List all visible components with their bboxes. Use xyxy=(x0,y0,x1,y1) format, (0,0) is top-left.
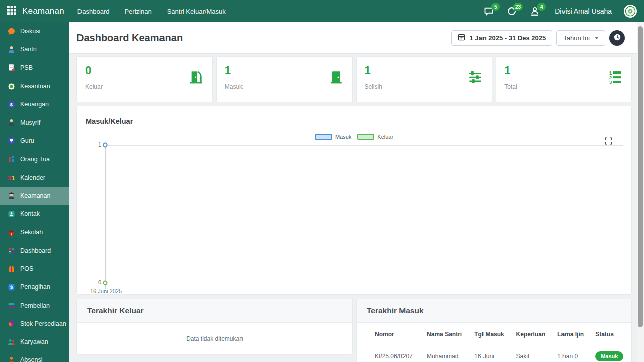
sidebar-item-santri[interactable]: Santri xyxy=(0,40,69,58)
data-point-masuk[interactable] xyxy=(103,143,108,148)
terakhir-masuk-panel: Terakhir Masuk Nomor Nama Santri Tgl Mas… xyxy=(356,299,632,362)
door-closed-icon xyxy=(328,69,344,87)
svg-text:3: 3 xyxy=(609,80,612,85)
gridline-value-1 xyxy=(105,145,623,146)
sidebar-item-kalender[interactable]: 31 Kalender xyxy=(0,168,69,186)
data-point-keluar[interactable] xyxy=(103,281,108,285)
guru-icon xyxy=(7,136,16,145)
absensi-icon xyxy=(7,356,16,362)
stat-value: 1 xyxy=(504,64,623,77)
chevron-down-icon xyxy=(595,37,599,39)
history-notification-button[interactable]: 23 xyxy=(507,6,518,16)
y-tick-1: 1 xyxy=(85,141,101,148)
sidebar-item-dashboard[interactable]: Dashboard xyxy=(0,242,69,260)
sidebar-item-absensi[interactable]: Absensi xyxy=(0,351,69,362)
status-badge: Masuk xyxy=(595,351,623,361)
stat-label: Masuk xyxy=(225,83,344,90)
panel-title: Terakhir Masuk xyxy=(367,306,424,315)
history-icon xyxy=(507,9,517,18)
history-clock-button[interactable] xyxy=(609,30,625,46)
stat-label: Keluar xyxy=(85,83,204,90)
stats-row: 0 Keluar 1 Masuk 1 Selisih 1 Total 123 xyxy=(76,56,632,102)
sidebar-item-stok-persediaan[interactable]: Stok Persediaan xyxy=(0,315,69,333)
sidebar-item-pos[interactable]: POS xyxy=(0,260,69,278)
nav-item-perizinan[interactable]: Perizinan xyxy=(124,8,151,15)
cell-keperluan: Sakit xyxy=(512,344,553,362)
sidebar-item-pembelian[interactable]: Pembelian xyxy=(0,296,69,314)
approval-icon xyxy=(530,9,540,18)
sidebar-item-guru[interactable]: Guru xyxy=(0,132,69,150)
keamanan-icon xyxy=(7,191,16,200)
stat-value: 1 xyxy=(365,64,484,77)
chart-legend: Masuk Keluar xyxy=(77,134,631,140)
calendar-icon xyxy=(458,33,465,42)
scrollbar-thumb[interactable] xyxy=(638,26,643,327)
fullscreen-icon[interactable] xyxy=(605,137,612,147)
sidebar-item-diskusi[interactable]: Diskusi xyxy=(0,22,69,40)
diskusi-icon xyxy=(7,27,16,36)
period-select[interactable]: Tahun Ini xyxy=(556,30,605,46)
svg-text:3: 3 xyxy=(8,174,11,182)
chat-notification-button[interactable]: 5 xyxy=(484,6,495,16)
masuk-keluar-chart: Masuk/Keluar Masuk Keluar 1 0 16 Juni 20… xyxy=(76,106,632,295)
avatar[interactable] xyxy=(624,5,637,18)
page-header: Dashboard Keamanan 1 Jan 2025 - 31 Des 2… xyxy=(69,22,637,54)
approval-notification-button[interactable]: 4 xyxy=(530,6,541,16)
page-title: Dashboard Keamanan xyxy=(76,32,183,44)
col-nama-santri: Nama Santri xyxy=(423,323,470,344)
stat-label: Total xyxy=(504,83,623,90)
vertical-scrollbar[interactable] xyxy=(637,22,644,362)
nav-item-santri-keluar-masuk[interactable]: Santri Keluar/Masuk xyxy=(167,8,226,15)
table-row[interactable]: KI/25.06/0207 Muhammad 16 Juni Sakit 1 h… xyxy=(357,344,631,362)
stat-card-selisih: 1 Selisih xyxy=(356,56,493,102)
col-lama-ijin: Lama Ijin xyxy=(553,323,591,344)
dashboard-grid-icon xyxy=(7,246,16,255)
apps-grid-icon[interactable] xyxy=(7,6,16,17)
main-nav: Dashboard Perizinan Santri Keluar/Masuk xyxy=(77,8,226,15)
sidebar-item-orang-tua[interactable]: Orang Tua xyxy=(0,150,69,168)
svg-text:$: $ xyxy=(10,102,13,107)
penagihan-icon: $ xyxy=(7,283,16,292)
col-status: Status xyxy=(591,323,631,344)
stat-card-masuk: 1 Masuk xyxy=(216,56,353,102)
legend-item-masuk[interactable]: Masuk xyxy=(315,134,351,140)
sidebar-item-penagihan[interactable]: $ Penagihan xyxy=(0,278,69,296)
x-tick-label: 16 Juni 2025 xyxy=(90,288,122,294)
chat-badge: 5 xyxy=(491,3,500,11)
chart-title: Masuk/Keluar xyxy=(86,117,133,125)
cell-lama: 1 hari 0 xyxy=(553,344,591,362)
sekolah-icon xyxy=(7,228,16,237)
panel-title: Terakhir Keluar xyxy=(87,306,144,315)
stat-value: 1 xyxy=(225,64,344,77)
col-tgl-masuk: Tgl Masuk xyxy=(470,323,512,344)
date-range-button[interactable]: 1 Jan 2025 - 31 Des 2025 xyxy=(451,30,552,46)
masuk-swatch xyxy=(315,134,332,140)
sidebar-item-karyawan[interactable]: Karyawan xyxy=(0,333,69,351)
sidebar-item-kesantrian[interactable]: Kesantrian xyxy=(0,77,69,95)
nav-item-dashboard[interactable]: Dashboard xyxy=(77,8,110,15)
cell-nomor: KI/25.06/0207 xyxy=(357,344,423,362)
sidebar-item-sekolah[interactable]: Sekolah xyxy=(0,223,69,241)
y-axis-line xyxy=(105,145,106,289)
stat-label: Selisih xyxy=(365,83,484,90)
keluar-swatch xyxy=(357,134,374,140)
cell-tgl: 16 Juni xyxy=(470,344,512,362)
kesantrian-icon xyxy=(7,82,16,91)
user-division-label[interactable]: Divisi Amal Usaha xyxy=(555,7,612,15)
numbered-list-icon: 123 xyxy=(607,69,623,87)
pembelian-icon xyxy=(7,301,16,310)
door-open-icon xyxy=(188,69,204,87)
sidebar-item-keamanan[interactable]: Keamanan xyxy=(0,187,69,205)
sidebar-item-musyrif[interactable]: Musyrif xyxy=(0,113,69,131)
sidebar-item-kontak[interactable]: Kontak xyxy=(0,205,69,223)
stok-icon xyxy=(7,319,16,328)
stat-card-total: 1 Total 123 xyxy=(496,56,632,102)
legend-item-keluar[interactable]: Keluar xyxy=(357,134,393,140)
sidebar-item-psb[interactable]: PSB xyxy=(0,59,69,77)
y-tick-0: 0 xyxy=(85,279,101,285)
psb-icon xyxy=(7,63,16,72)
col-keperluan: Keperluan xyxy=(512,323,553,344)
sidebar-item-keuangan[interactable]: $ Keuangan xyxy=(0,95,69,113)
main-content: Dashboard Keamanan 1 Jan 2025 - 31 Des 2… xyxy=(69,22,637,362)
terakhir-keluar-header: Terakhir Keluar xyxy=(77,299,352,323)
